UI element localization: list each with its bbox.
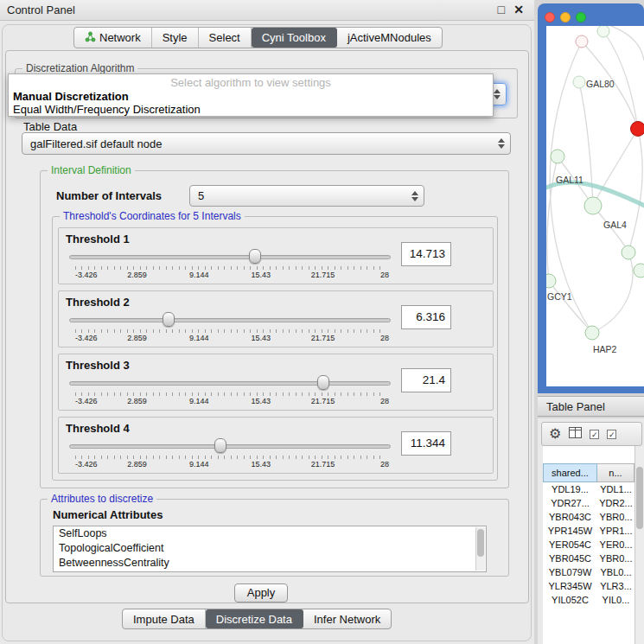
table-cell[interactable]: YBR043C	[543, 510, 597, 524]
list-item[interactable]: SelfLoops	[54, 526, 486, 541]
table-cell[interactable]: YIL0...	[597, 593, 634, 607]
list-item[interactable]: TopologicalCoefficient	[54, 541, 486, 556]
table-cell[interactable]: YER0...	[597, 538, 634, 552]
table-row[interactable]: YLR345W YLR3...	[543, 579, 634, 593]
tick-label: 21.715	[311, 271, 335, 279]
slider-track[interactable]	[69, 318, 391, 322]
table-cell[interactable]: YDR2...	[597, 496, 634, 510]
table-scrollbar[interactable]	[634, 446, 644, 644]
threshold-value-field[interactable]: 6.316	[401, 305, 451, 329]
slider-thumb[interactable]	[249, 249, 261, 264]
threshold-slider[interactable]	[69, 375, 391, 391]
network-node-label: GAL80	[586, 79, 615, 89]
table-cell[interactable]: YER054C	[543, 538, 597, 552]
table-row[interactable]: YBL079W YBL0...	[543, 565, 634, 579]
table-row[interactable]: YBR043C YBR0...	[543, 510, 634, 524]
close-icon[interactable]: ✕	[513, 3, 524, 16]
scrollbar-thumb[interactable]	[477, 529, 484, 557]
table-cell[interactable]: YBL079W	[543, 565, 597, 579]
tab-discretize-data[interactable]: Discretize Data	[206, 609, 303, 628]
number-of-intervals-label: Number of Intervals	[56, 189, 162, 202]
column-header-name[interactable]: n...	[597, 463, 634, 482]
table-cell[interactable]: YBR045C	[543, 552, 597, 565]
checkbox-icon[interactable]: ✓	[607, 430, 616, 439]
table-columns-icon[interactable]	[569, 426, 582, 442]
tab-infer-network[interactable]: Infer Network	[303, 609, 391, 628]
tab-impute-data[interactable]: Impute Data	[123, 609, 206, 628]
slider-thumb[interactable]	[163, 312, 175, 327]
table-data-combobox[interactable]: galFiltered.sif default node	[22, 132, 511, 155]
list-scrollbar[interactable]	[475, 527, 485, 571]
tab-label: Style	[163, 31, 188, 44]
network-node-label: GAL11	[556, 175, 583, 185]
numerical-attributes-list[interactable]: SelfLoops TopologicalCoefficient Between…	[53, 526, 487, 572]
threshold-slider[interactable]	[69, 312, 391, 328]
tab-select[interactable]: Select	[199, 28, 252, 48]
control-panel: Control Panel □ ✕ Network Style Select	[0, 0, 534, 644]
table-cell[interactable]: YBR0...	[597, 510, 634, 524]
table-cell[interactable]: YPR1...	[597, 524, 634, 538]
table-cell[interactable]: YPR145W	[543, 524, 597, 538]
table-row[interactable]: YDR27... YDR2...	[543, 496, 634, 510]
threshold-slider[interactable]	[69, 438, 391, 454]
network-node-label: GCY1	[547, 291, 572, 302]
tick-label: 2.859	[127, 334, 147, 342]
tick-label: 28	[380, 334, 389, 342]
tab-jactivemnodules[interactable]: jActiveMNodules	[337, 28, 442, 48]
slider-track[interactable]	[69, 444, 391, 449]
column-header-shared-name[interactable]: shared...	[543, 463, 597, 482]
threshold-value-field[interactable]: 14.713	[401, 242, 451, 266]
network-canvas[interactable]: GAL80 GAL11 GAL4 GCY1 HAP2	[546, 26, 644, 386]
table-cell[interactable]: YBR0...	[597, 552, 634, 565]
list-item[interactable]: BetweennessCentrality	[54, 556, 486, 571]
table-row[interactable]: YPR145W YPR1...	[543, 524, 634, 538]
threshold-slider[interactable]	[69, 249, 391, 265]
popup-item-equal-width-frequency[interactable]: Equal Width/Frequency Discretization	[9, 103, 493, 116]
tick-label: 21.715	[311, 460, 335, 469]
tab-network[interactable]: Network	[74, 28, 152, 48]
combobox-stepper-icon	[494, 138, 510, 149]
table-row[interactable]: YDL19... YDL1...	[543, 482, 634, 496]
float-window-icon[interactable]: □	[498, 3, 505, 16]
table-cell[interactable]: YLR345W	[543, 579, 597, 593]
table-cell[interactable]: YDL1...	[597, 482, 634, 496]
table-cell[interactable]: YDR27...	[543, 496, 597, 510]
network-node[interactable]	[576, 35, 588, 48]
number-of-intervals-combobox[interactable]: 5	[189, 185, 424, 207]
traffic-light-minimize-icon[interactable]	[560, 12, 571, 22]
gear-icon[interactable]: ⚙	[549, 427, 561, 441]
network-node-selected[interactable]	[631, 122, 644, 137]
tab-style[interactable]: Style	[152, 28, 199, 48]
network-node[interactable]	[622, 245, 635, 259]
network-node[interactable]	[546, 274, 556, 288]
network-node[interactable]	[597, 26, 609, 37]
slider-thumb[interactable]	[214, 438, 226, 453]
table-cell[interactable]: YLR3...	[597, 579, 634, 593]
apply-button[interactable]: Apply	[234, 583, 288, 603]
scrollbar-thumb[interactable]	[636, 467, 643, 529]
table-row[interactable]: YIL052C YIL0...	[543, 593, 634, 607]
table-cell[interactable]: YBL0...	[597, 565, 634, 579]
network-node[interactable]	[585, 326, 599, 340]
table-cell[interactable]: YIL052C	[543, 593, 597, 607]
slider-track[interactable]	[69, 255, 391, 259]
network-node[interactable]	[551, 150, 564, 163]
group-title: Discretization Algorithm	[22, 62, 137, 74]
combobox-stepper-icon	[408, 191, 424, 201]
slider-thumb[interactable]	[317, 375, 329, 390]
traffic-light-close-icon[interactable]	[545, 12, 555, 22]
network-node[interactable]	[634, 264, 644, 277]
table-row[interactable]: YBR045C YBR0...	[543, 552, 634, 565]
checkbox-icon[interactable]: ✓	[590, 430, 599, 439]
slider-track[interactable]	[69, 381, 391, 386]
traffic-light-zoom-icon[interactable]	[576, 12, 586, 22]
network-node[interactable]	[573, 76, 585, 88]
threshold-value-field[interactable]: 21.4	[401, 368, 451, 392]
tab-cyni-toolbox[interactable]: Cyni Toolbox	[252, 28, 337, 48]
table-row[interactable]: YER054C YER0...	[543, 538, 634, 552]
table-panel-titlebar[interactable]: Table Panel	[538, 396, 644, 417]
network-node[interactable]	[584, 197, 602, 214]
threshold-value-field[interactable]: 11.344	[401, 431, 451, 456]
table-cell[interactable]: YDL19...	[543, 482, 597, 496]
popup-item-manual-discretization[interactable]: Manual Discretization	[9, 90, 493, 103]
